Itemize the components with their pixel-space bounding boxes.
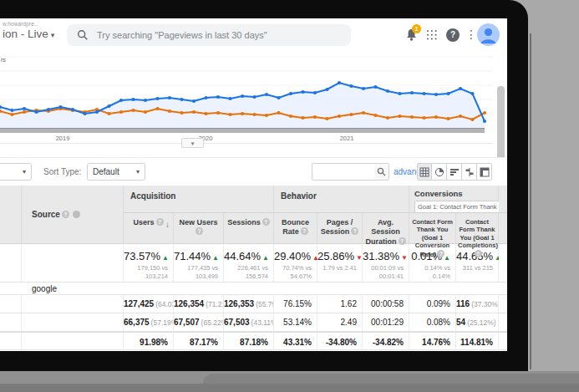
- table-search[interactable]: [312, 163, 375, 181]
- dimension-header-source[interactable]: Source ?: [22, 186, 124, 244]
- column-header-goal-conversion-rate[interactable]: Contact Form Thank You (Goal 1 Conversio…: [409, 213, 456, 244]
- table-search-button[interactable]: [374, 163, 389, 181]
- chevron-down-icon: ▾: [51, 31, 55, 39]
- performance-view-icon: [449, 167, 460, 177]
- table-row[interactable]: 127,425(64.03%) 126,354(71.21%) 126,353(…: [0, 295, 507, 313]
- percentage-view-button[interactable]: [432, 163, 447, 181]
- trend-down-icon: ▼: [401, 254, 408, 262]
- trend-up-icon: ▲: [262, 254, 269, 262]
- table-row[interactable]: 66,375(57.19%) 67,507(65.22%) 67,503(43.…: [0, 313, 507, 332]
- app-header: w.howardpre... ion - Live▾ 1 ? ⋮: [0, 18, 507, 52]
- chart-timeline-scrubber[interactable]: [0, 128, 485, 133]
- pivot-view-icon: [480, 167, 490, 177]
- laptop-base-bottom: [0, 384, 579, 392]
- apps-grid-icon[interactable]: [427, 30, 437, 40]
- source-group-label[interactable]: google: [22, 283, 507, 295]
- sort-descending-icon: ↓: [165, 220, 170, 231]
- account-selector[interactable]: w.howardpre... ion - Live▾: [3, 21, 54, 40]
- performance-view-button[interactable]: [447, 163, 462, 181]
- trend-up-icon: ▲: [162, 254, 169, 262]
- x-axis-tick: 2019: [48, 135, 77, 142]
- traffic-trend-chart: [0, 52, 493, 129]
- trend-down-icon: ▼: [356, 254, 363, 262]
- account-url-label: w.howardpre...: [3, 21, 54, 27]
- column-header-new-users[interactable]: New Users?: [174, 213, 224, 244]
- header-cut-cell: [499, 213, 507, 244]
- table-header: Source ? Acquisition Behavior Conversion…: [0, 186, 507, 244]
- help-icon[interactable]: ?: [446, 28, 460, 42]
- more-options-icon[interactable]: ⋮: [465, 26, 477, 43]
- x-axis-tick: 2021: [333, 135, 361, 142]
- column-header-pages-session[interactable]: Pages / Session?: [317, 213, 363, 244]
- column-header-sessions[interactable]: Sessions?: [224, 213, 274, 244]
- property-name-label: ion - Live: [3, 28, 48, 40]
- summary-new-users: 71.44%▲177,435 vs 103,499: [174, 244, 224, 283]
- screen: w.howardpre... ion - Live▾ 1 ? ⋮: [0, 18, 507, 351]
- chevron-down-icon: ▾: [23, 164, 26, 180]
- source-report-table: Source ? Acquisition Behavior Conversion…: [0, 186, 507, 350]
- global-search[interactable]: [67, 24, 351, 46]
- goal-selector[interactable]: ▾Goal 1: Contact Form Thank You: [414, 201, 507, 213]
- trend-up-icon: ▲: [212, 254, 219, 262]
- pivot-view-button[interactable]: [477, 163, 492, 181]
- help-icon[interactable]: ?: [437, 250, 444, 257]
- summary-avg-session-duration: 31.38%▼00:01:09 vs 00:01:41: [363, 244, 409, 283]
- group-header-conversions: Conversions ▾Goal 1: Contact Form Thank …: [409, 186, 499, 213]
- laptop-base-notch: [203, 374, 579, 384]
- help-icon[interactable]: ?: [301, 227, 308, 235]
- help-icon[interactable]: ?: [156, 218, 164, 226]
- global-search-input[interactable]: [95, 29, 333, 41]
- column-header-users[interactable]: Users?↓: [124, 213, 174, 244]
- group-header-behavior: Behavior: [274, 186, 409, 213]
- report-toolbar: ▾ Sort Type: Default▾ advanced: [0, 157, 507, 186]
- view-toggle-group: [417, 163, 492, 181]
- percent-change-row: 91.98% 87.17% 87.18% 43.31% -34.80% -34.…: [0, 332, 507, 350]
- table-view-icon: [419, 167, 429, 177]
- column-header-bounce-rate[interactable]: Bounce Rate?: [274, 213, 317, 244]
- table-search-input[interactable]: [316, 167, 376, 178]
- help-icon[interactable]: ?: [475, 250, 482, 257]
- help-icon[interactable]: ?: [262, 218, 270, 226]
- laptop-bezel-edge: [530, 33, 531, 369]
- summary-sessions: 44.64%▲226,461 vs 156,574: [224, 244, 274, 283]
- column-header-goal-completions[interactable]: Contact Form Thank You (Goal 1 Completio…: [456, 213, 499, 244]
- sort-type-label: Sort Type:: [43, 167, 81, 176]
- percentage-view-icon: [434, 167, 444, 177]
- help-icon[interactable]: ?: [62, 211, 69, 218]
- help-icon[interactable]: ?: [196, 227, 203, 235]
- dimension-options-icon[interactable]: [73, 211, 80, 218]
- divider: [0, 143, 493, 144]
- dimension-select-partial[interactable]: ▾: [0, 163, 32, 181]
- help-icon[interactable]: ?: [351, 227, 358, 235]
- search-icon: [377, 167, 386, 176]
- comparison-view-button[interactable]: [462, 163, 477, 181]
- sort-type-select[interactable]: Default▾: [87, 163, 145, 181]
- user-avatar[interactable]: [477, 23, 500, 46]
- summary-bounce-rate: 29.40%▲70.74% vs 54.67%: [274, 244, 317, 283]
- help-icon[interactable]: ?: [399, 237, 406, 245]
- chevron-down-icon: ▾: [136, 164, 140, 180]
- summary-users: 73.57%▲179,150 vs 103,214: [124, 244, 174, 283]
- notification-badge: 1: [412, 24, 421, 33]
- header-cut-cell: [499, 186, 507, 213]
- search-icon: [77, 29, 89, 41]
- notifications-bell-icon[interactable]: 1: [404, 28, 419, 43]
- header-corner-cell: [0, 186, 22, 244]
- column-header-avg-session-duration[interactable]: Avg. Session Duration?: [363, 213, 409, 244]
- table-view-button[interactable]: [417, 163, 432, 181]
- chart-collapse-button[interactable]: ▾: [181, 138, 204, 148]
- table-row[interactable]: google: [0, 283, 507, 295]
- comparison-view-icon: [465, 167, 475, 177]
- person-icon: [477, 23, 500, 46]
- summary-pages-session: 25.86%▼1.79 vs 2.41: [317, 244, 363, 283]
- group-header-acquisition: Acquisition: [124, 186, 274, 213]
